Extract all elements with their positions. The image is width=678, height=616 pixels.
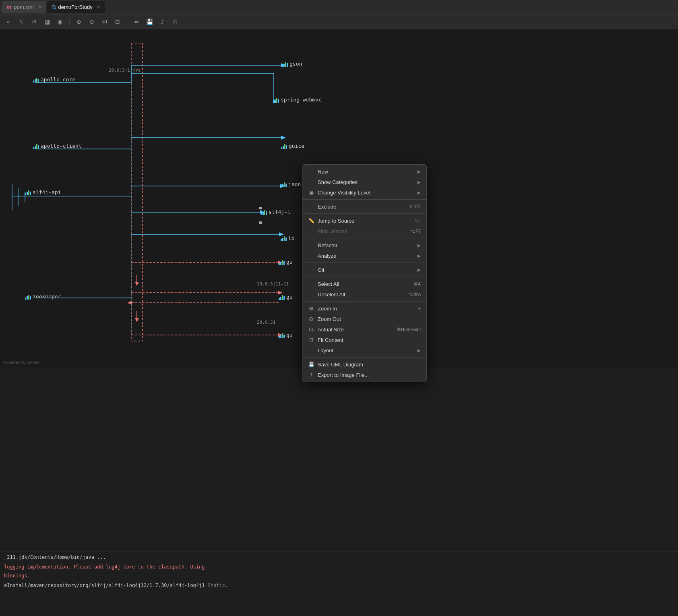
print-button[interactable]: ⎙ xyxy=(170,17,180,27)
export-image-icon: ⤴ xyxy=(308,372,314,378)
menu-item-fit-content[interactable]: ⊡ Fit Content xyxy=(302,335,426,345)
tab-pom[interactable]: m pom.xml ✕ xyxy=(2,1,46,13)
menu-item-deselect-all[interactable]: Deselect All ⌥⌘A xyxy=(302,289,426,300)
svg-marker-10 xyxy=(281,136,286,140)
node-gu1[interactable]: gu xyxy=(279,259,293,265)
menu-item-analyze[interactable]: Analyze ▶ xyxy=(302,250,426,261)
apollo-core-icon xyxy=(33,77,39,83)
menu-item-jump-to-source[interactable]: ✏️ Jump to Source ⌘↓ xyxy=(302,215,426,226)
node-slf4j-l[interactable]: slf4j-l xyxy=(261,209,291,215)
menu-separator-1 xyxy=(302,199,426,200)
menu-item-select-all[interactable]: Select All ⌘A xyxy=(302,279,426,289)
eye-button[interactable]: ◉ xyxy=(55,17,65,27)
console-path-2: eInstall/maven/repository/org/slf4j/slf4… xyxy=(4,583,205,588)
node-apollo-core[interactable]: apollo-core xyxy=(33,76,75,83)
menu-find-label: Find Usages xyxy=(318,228,347,234)
gson-label: gson xyxy=(289,61,302,67)
zoom-out-menu-icon: ⊖ xyxy=(308,316,314,322)
fit-content-menu-icon: ⊡ xyxy=(308,337,314,343)
apollo-client-label: apollo-client xyxy=(41,143,82,149)
node-spring-webmvc[interactable]: spring-webmvc xyxy=(273,97,322,103)
gu1-label: gu xyxy=(286,259,293,265)
zookeeper-label: zookeeper xyxy=(33,294,61,300)
zoom-out-shortcut: − xyxy=(418,316,421,321)
refactor-arrow: ▶ xyxy=(418,243,421,248)
node-lo[interactable]: lo xyxy=(281,235,295,241)
menu-save-uml-label: Save UML Diagram xyxy=(318,362,363,368)
bottom-panel: _211.jdk/Contents/Home/bin/java ... logg… xyxy=(0,552,678,616)
menu-item-git[interactable]: Git ▶ xyxy=(302,265,426,275)
menu-exclude-label: Exclude xyxy=(318,204,336,210)
console-line-3: bindings. xyxy=(0,571,678,580)
version-2: 19.0:3|11-11 xyxy=(257,281,289,287)
node-gu3[interactable]: gu xyxy=(279,332,293,338)
cursor-button[interactable]: ↖ xyxy=(16,17,27,27)
console-path-1: _211.jdk/Contents/Home/bin/java ... xyxy=(4,554,106,560)
menu-separator-6 xyxy=(302,301,426,302)
spring-webmvc-icon xyxy=(273,97,279,103)
save-button[interactable]: 💾 xyxy=(144,17,155,27)
toolbar: « ↖ ↺ ▦ ◉ ⊕ ⊖ 1:1 ⊡ ⇐ 💾 ⤴ ⎙ xyxy=(0,14,678,29)
tab-bar: m pom.xml ✕ ⧉ demoForStudy ✕ xyxy=(0,0,678,14)
tab-demo-close[interactable]: ✕ xyxy=(97,4,100,10)
gson-icon xyxy=(282,61,288,67)
tab-demo[interactable]: ⧉ demoForStudy ✕ xyxy=(47,1,105,13)
menu-git-label: Git xyxy=(318,267,325,273)
zoom-in-shortcut: + xyxy=(418,306,421,311)
lo-icon xyxy=(281,236,287,241)
show-categories-arrow: ▶ xyxy=(418,180,421,184)
tab-pom-close[interactable]: ✕ xyxy=(38,4,41,10)
zoom-in-button[interactable]: ⊕ xyxy=(74,17,84,27)
menu-refactor-label: Refactor xyxy=(318,242,337,248)
spring-webmvc-label: spring-webmvc xyxy=(281,97,322,103)
menu-item-save-uml[interactable]: 💾 Save UML Diagram xyxy=(302,359,426,370)
node-zookeeper[interactable]: zookeeper xyxy=(25,294,61,300)
gu3-icon xyxy=(279,333,285,338)
menu-item-exclude[interactable]: Exclude ⇧⌫ xyxy=(302,201,426,212)
tab-pom-label: pom.xml xyxy=(14,4,33,10)
menu-item-refactor[interactable]: Refactor ▶ xyxy=(302,240,426,250)
menu-item-show-categories[interactable]: Show Categories ▶ xyxy=(302,177,426,187)
zookeeper-icon xyxy=(25,294,31,300)
menu-select-all-label: Select All xyxy=(318,281,339,287)
node-gu2[interactable]: gu xyxy=(279,294,293,300)
menu-item-zoom-in[interactable]: ⊕ Zoom In + xyxy=(302,303,426,314)
menu-item-find-usages[interactable]: Find Usages ⌥F7 xyxy=(302,226,426,236)
menu-actual-size-label: Actual Size xyxy=(318,327,344,333)
share-button[interactable]: ⇐ xyxy=(131,17,142,27)
film-button[interactable]: ▦ xyxy=(42,17,52,27)
chevron-double-left-button[interactable]: « xyxy=(3,17,14,27)
menu-item-export-image[interactable]: ⤴ Export to Image File... xyxy=(302,370,426,380)
slf4j-api-icon xyxy=(25,190,31,195)
select-all-shortcut: ⌘A xyxy=(413,281,421,287)
rotate-button[interactable]: ↺ xyxy=(29,17,39,27)
zoom-out-button[interactable]: ⊖ xyxy=(87,17,97,27)
jump-shortcut: ⌘↓ xyxy=(414,218,421,223)
export-button[interactable]: ⤴ xyxy=(157,17,167,27)
console-line-1: _211.jdk/Contents/Home/bin/java ... xyxy=(0,552,678,562)
menu-item-zoom-out[interactable]: ⊖ Zoom Out − xyxy=(302,314,426,324)
menu-separator-5 xyxy=(302,277,426,277)
menu-item-new[interactable]: New ▶ xyxy=(302,166,426,177)
pencil-icon: ✏️ xyxy=(308,218,314,223)
menu-change-visibility-label: Change Visibility Level xyxy=(318,190,370,196)
menu-separator-2 xyxy=(302,213,426,214)
menu-zoom-in-label: Zoom In xyxy=(318,306,337,312)
menu-separator-4 xyxy=(302,263,426,263)
node-guice[interactable]: guice xyxy=(281,143,304,149)
node-apollo-client[interactable]: apollo-client xyxy=(33,143,82,149)
menu-show-categories-label: Show Categories xyxy=(318,179,358,185)
menu-item-actual-size[interactable]: 1:1 Actual Size ⌘NumPad / xyxy=(302,324,426,335)
fit-page-button[interactable]: ⊡ xyxy=(112,17,123,27)
menu-zoom-out-label: Zoom Out xyxy=(318,316,341,322)
menu-item-change-visibility[interactable]: ◉ Change Visibility Level ▶ xyxy=(302,187,426,198)
node-slf4j-api[interactable]: slf4j-api xyxy=(25,189,61,195)
pom-icon: m xyxy=(6,4,11,10)
actual-size-button[interactable]: 1:1 xyxy=(99,17,110,27)
menu-item-layout[interactable]: Layout ▶ xyxy=(302,345,426,356)
menu-separator-7 xyxy=(302,357,426,358)
menu-new-label: New xyxy=(318,169,328,175)
node-gson[interactable]: gson xyxy=(282,61,302,67)
eye-menu-icon: ◉ xyxy=(308,190,314,196)
svg-rect-0 xyxy=(131,43,143,341)
